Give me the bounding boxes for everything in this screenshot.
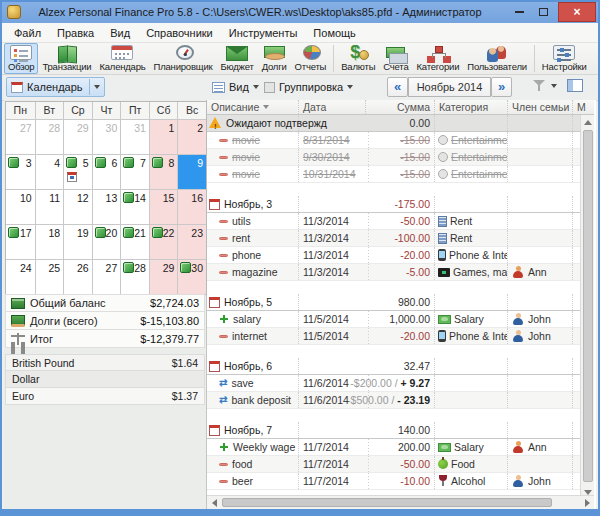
transaction-row[interactable]: movie10/31/2014-15.00Entertainmen [207, 166, 580, 183]
calendar-day-3[interactable]: 3 [6, 154, 35, 189]
filter-icon[interactable] [533, 79, 545, 93]
horizontal-scroll-thumb[interactable] [222, 498, 552, 507]
calendar-day-28[interactable]: 28 [35, 119, 64, 154]
calendar-day-23[interactable]: 23 [177, 224, 206, 259]
toolbar-button-planner[interactable]: Планировщик [150, 43, 217, 74]
toolbar-button-currencies[interactable]: Валюты [337, 43, 379, 74]
transaction-row[interactable]: magazine11/3/2014-5.00Games, magaAnn [207, 264, 580, 281]
transaction-row[interactable]: utils11/3/2014-50.00Rent [207, 213, 580, 230]
maximize-button[interactable] [534, 2, 552, 22]
grouping-dropdown[interactable]: Группировка [264, 77, 353, 97]
column-header-m[interactable]: М [573, 100, 594, 114]
menu-item-0[interactable]: Файл [6, 23, 49, 43]
toolbar-button-overview[interactable]: Обзор [4, 43, 38, 74]
calendar-day-29[interactable]: 29 [63, 119, 92, 154]
scroll-up-button[interactable] [581, 115, 595, 129]
panel-toggle-icon[interactable] [567, 79, 583, 92]
column-header-description[interactable]: Описание [207, 100, 299, 114]
toolbar-button-budget[interactable]: Бюджет [216, 43, 257, 74]
horizontal-scrollbar[interactable] [207, 495, 594, 509]
calendar-day-22[interactable]: 22 [149, 224, 178, 259]
calendar-day-28[interactable]: 28 [120, 259, 149, 294]
calendar-day-14[interactable]: 14 [120, 189, 149, 224]
calendar-view-button[interactable]: Календарь [6, 77, 105, 97]
vertical-scrollbar[interactable] [580, 115, 594, 499]
transaction-row[interactable]: ⇄save11/6/2014-$200.00 / + 9.27 [207, 375, 580, 392]
chevron-down-icon[interactable] [551, 84, 557, 88]
toolbar-button-accounts[interactable]: Счета [379, 43, 412, 74]
calendar-day-29[interactable]: 29 [149, 259, 178, 294]
menu-item-5[interactable]: Помощь [305, 23, 364, 43]
close-button[interactable]: × [558, 2, 596, 22]
column-header-sum[interactable]: Сумма [370, 100, 434, 114]
calendar-day-15[interactable]: 15 [149, 189, 178, 224]
transaction-row[interactable]: movie9/30/2014-15.00Entertainmen [207, 149, 580, 166]
group-header-row[interactable]: Ожидают подтвержд0.00 [207, 115, 580, 132]
toolbar-button-settings[interactable]: Настройки [538, 43, 591, 74]
next-period-button[interactable]: » [491, 77, 512, 97]
group-header-row[interactable]: Ноябрь, 3-175.00 [207, 196, 580, 213]
calendar-day-20[interactable]: 20 [92, 224, 121, 259]
group-header-row[interactable]: Ноябрь, 5980.00 [207, 294, 580, 311]
calendar-day-4[interactable]: 4 [35, 154, 64, 189]
menu-item-4[interactable]: Инструменты [221, 23, 306, 43]
calendar-day-8[interactable]: 8 [149, 154, 178, 189]
warning-icon [209, 117, 222, 129]
calendar-day-31[interactable]: 31 [120, 119, 149, 154]
calendar-day-12[interactable]: 12 [63, 189, 92, 224]
group-header-row[interactable]: Ноябрь, 632.47 [207, 358, 580, 375]
toolbar-button-calendar[interactable]: Календарь [95, 43, 149, 74]
transaction-row[interactable]: ⇄bank deposit11/6/2014-$500.00 / - 23.19 [207, 392, 580, 409]
view-dropdown[interactable]: Вид [212, 77, 259, 97]
transaction-row[interactable]: beer11/7/2014-10.00AlcoholJohn [207, 473, 580, 490]
calendar-day-10[interactable]: 10 [6, 189, 35, 224]
toolbar-button-users[interactable]: Пользователи [463, 43, 531, 74]
calendar-day-19[interactable]: 19 [63, 224, 92, 259]
calendar-day-2[interactable]: 2 [177, 119, 206, 154]
toolbar-button-transactions[interactable]: Транзакции [38, 43, 95, 74]
menu-item-2[interactable]: Вид [102, 23, 138, 43]
calendar-day-21[interactable]: 21 [120, 224, 149, 259]
calendar-day-1[interactable]: 1 [149, 119, 178, 154]
calendar-day-27[interactable]: 27 [6, 119, 35, 154]
calendar-day-17[interactable]: 17 [6, 224, 35, 259]
group-header-row[interactable]: Ноябрь, 7140.00 [207, 422, 580, 439]
description-cell: food [207, 456, 299, 472]
transaction-row[interactable]: Weekly wage chec11/7/2014200.00SalaryAnn [207, 439, 580, 456]
calendar-day-7[interactable]: 7 [120, 154, 149, 189]
calendar-day-26[interactable]: 26 [63, 259, 92, 294]
minimize-button[interactable] [510, 2, 528, 22]
calendar-day-16[interactable]: 16 [177, 189, 206, 224]
period-display[interactable]: Ноябрь 2014 [408, 77, 491, 97]
transaction-row[interactable]: movie8/31/2014-15.00Entertainmen [207, 132, 580, 149]
transaction-row[interactable]: internet11/5/2014-20.00Phone & InteJohn [207, 328, 580, 345]
toolbar-button-reports[interactable]: Отчеты [291, 43, 331, 74]
previous-period-button[interactable]: « [387, 77, 408, 97]
column-header-member[interactable]: Член семьи [508, 100, 573, 114]
scroll-right-button[interactable] [580, 496, 594, 509]
calendar-day-5[interactable]: 5 [63, 154, 92, 189]
calendar-day-18[interactable]: 18 [35, 224, 64, 259]
calendar-day-27[interactable]: 27 [92, 259, 121, 294]
vertical-scroll-thumb[interactable] [583, 130, 593, 482]
column-header-date[interactable]: Дата [299, 100, 366, 114]
transaction-row[interactable]: food11/7/2014-50.00Food [207, 456, 580, 473]
calendar-day-25[interactable]: 25 [35, 259, 64, 294]
toolbar-button-categories[interactable]: Категории [412, 43, 463, 74]
scroll-left-button[interactable] [207, 496, 221, 509]
transaction-row[interactable]: rent11/3/2014-100.00Rent [207, 230, 580, 247]
calendar-day-13[interactable]: 13 [92, 189, 121, 224]
menu-item-1[interactable]: Правка [49, 23, 102, 43]
calendar-day-9[interactable]: 9 [177, 154, 206, 189]
transaction-row[interactable]: phone11/3/2014-20.00Phone & Inte [207, 247, 580, 264]
calendar-day-30[interactable]: 30 [92, 119, 121, 154]
calendar-day-30[interactable]: 30 [177, 259, 206, 294]
chevron-down-icon[interactable] [94, 85, 100, 89]
column-header-category[interactable]: Категория [435, 100, 508, 114]
toolbar-button-debts[interactable]: Долги [258, 43, 291, 74]
menu-item-3[interactable]: Справочники [138, 23, 221, 43]
transaction-row[interactable]: salary11/5/20141,000.00SalaryJohn [207, 311, 580, 328]
calendar-day-24[interactable]: 24 [6, 259, 35, 294]
calendar-day-11[interactable]: 11 [35, 189, 64, 224]
calendar-day-6[interactable]: 6 [92, 154, 121, 189]
